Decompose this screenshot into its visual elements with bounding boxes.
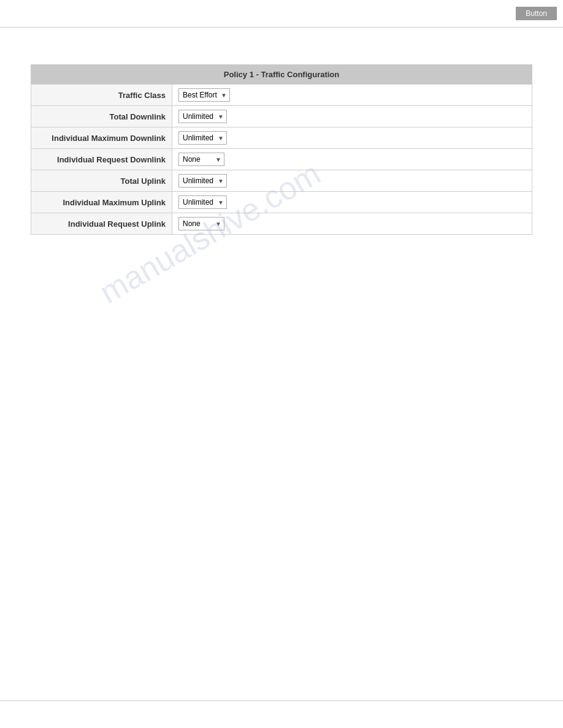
total-downlink-select[interactable]: Unlimited1 Mbps2 Mbps5 Mbps10 Mbps: [182, 112, 215, 121]
table-title: Policy 1 - Traffic Configuration: [31, 65, 532, 85]
value-cell-total-uplink-select: Unlimited1 Mbps2 Mbps5 Mbps10 Mbps▼: [172, 170, 532, 192]
main-content: Policy 1 - Traffic Configuration Traffic…: [0, 28, 563, 259]
table-row: Individual Request UplinkNone1 Mbps2 Mbp…: [31, 213, 532, 235]
dropdown-arrow-total-downlink-select: ▼: [218, 113, 224, 120]
total-uplink-select[interactable]: Unlimited1 Mbps2 Mbps5 Mbps10 Mbps: [182, 176, 215, 186]
dropdown-arrow-individual-max-uplink-select: ▼: [218, 199, 224, 206]
label-individual-max-uplink-select: Individual Maximum Uplink: [31, 192, 172, 213]
label-individual-request-downlink-select: Individual Request Downlink: [31, 149, 172, 170]
value-cell-individual-max-uplink-select: Unlimited1 Mbps2 Mbps5 Mbps10 Mbps▼: [172, 192, 532, 213]
dropdown-wrapper-total-uplink-select: Unlimited1 Mbps2 Mbps5 Mbps10 Mbps▼: [178, 174, 227, 188]
table-row: Individual Maximum UplinkUnlimited1 Mbps…: [31, 192, 532, 213]
dropdown-arrow-individual-max-downlink-select: ▼: [218, 135, 224, 142]
dropdown-arrow-total-uplink-select: ▼: [218, 178, 224, 184]
value-cell-individual-request-uplink-select: None1 Mbps2 Mbps5 Mbps10 Mbps▼: [172, 213, 532, 235]
bottom-bar: [0, 700, 563, 728]
label-traffic-class-select: Traffic Class: [31, 85, 172, 106]
value-cell-individual-request-downlink-select: None1 Mbps2 Mbps5 Mbps10 Mbps▼: [172, 149, 532, 170]
value-cell-traffic-class-select: Best EffortStandardPremium▼: [172, 85, 532, 106]
dropdown-arrow-individual-request-downlink-select: ▼: [215, 156, 221, 163]
table-row: Individual Request DownlinkNone1 Mbps2 M…: [31, 149, 532, 170]
traffic-class-select[interactable]: Best EffortStandardPremium: [182, 90, 218, 100]
label-total-downlink-select: Total Downlink: [31, 106, 172, 127]
config-table: Policy 1 - Traffic Configuration Traffic…: [31, 64, 532, 235]
dropdown-wrapper-individual-request-downlink-select: None1 Mbps2 Mbps5 Mbps10 Mbps▼: [178, 153, 224, 166]
table-row: Individual Maximum DownlinkUnlimited1 Mb…: [31, 127, 532, 149]
label-individual-request-uplink-select: Individual Request Uplink: [31, 213, 172, 235]
label-total-uplink-select: Total Uplink: [31, 170, 172, 192]
top-button[interactable]: Button: [516, 7, 557, 20]
table-row: Traffic ClassBest EffortStandardPremium▼: [31, 85, 532, 106]
value-cell-individual-max-downlink-select: Unlimited1 Mbps2 Mbps5 Mbps10 Mbps▼: [172, 127, 532, 149]
table-row: Total DownlinkUnlimited1 Mbps2 Mbps5 Mbp…: [31, 106, 532, 127]
label-individual-max-downlink-select: Individual Maximum Downlink: [31, 127, 172, 149]
individual-max-downlink-select[interactable]: Unlimited1 Mbps2 Mbps5 Mbps10 Mbps: [182, 133, 215, 143]
dropdown-wrapper-individual-max-downlink-select: Unlimited1 Mbps2 Mbps5 Mbps10 Mbps▼: [178, 131, 227, 145]
dropdown-wrapper-total-downlink-select: Unlimited1 Mbps2 Mbps5 Mbps10 Mbps▼: [178, 110, 227, 123]
dropdown-wrapper-traffic-class-select: Best EffortStandardPremium▼: [178, 88, 230, 102]
top-bar: Button: [0, 0, 563, 28]
dropdown-wrapper-individual-max-uplink-select: Unlimited1 Mbps2 Mbps5 Mbps10 Mbps▼: [178, 195, 227, 209]
individual-max-uplink-select[interactable]: Unlimited1 Mbps2 Mbps5 Mbps10 Mbps: [182, 197, 215, 207]
dropdown-arrow-traffic-class-select: ▼: [221, 92, 227, 99]
dropdown-arrow-individual-request-uplink-select: ▼: [215, 221, 221, 227]
value-cell-total-downlink-select: Unlimited1 Mbps2 Mbps5 Mbps10 Mbps▼: [172, 106, 532, 127]
dropdown-wrapper-individual-request-uplink-select: None1 Mbps2 Mbps5 Mbps10 Mbps▼: [178, 217, 224, 230]
individual-request-downlink-select[interactable]: None1 Mbps2 Mbps5 Mbps10 Mbps: [182, 154, 213, 164]
table-row: Total UplinkUnlimited1 Mbps2 Mbps5 Mbps1…: [31, 170, 532, 192]
individual-request-uplink-select[interactable]: None1 Mbps2 Mbps5 Mbps10 Mbps: [182, 219, 213, 229]
